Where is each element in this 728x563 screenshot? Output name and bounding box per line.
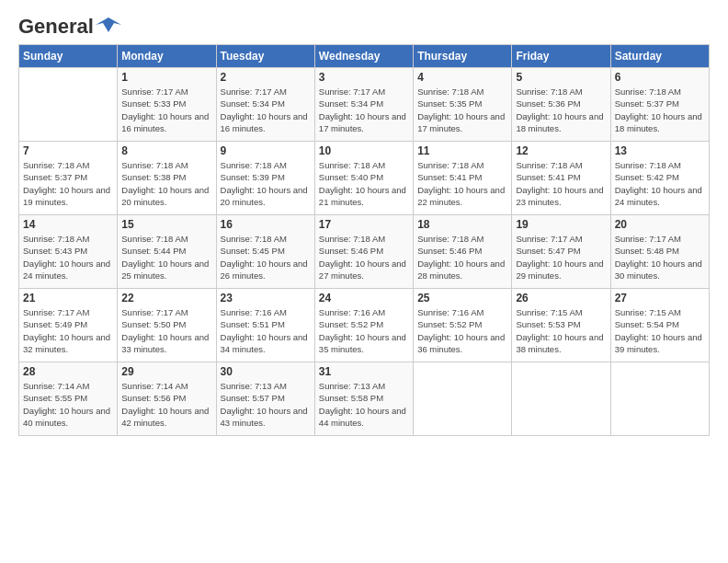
table-row: 15Sunrise: 7:18 AMSunset: 5:44 PMDayligh… — [118, 215, 216, 289]
day-info: Sunrise: 7:15 AMSunset: 5:53 PMDaylight:… — [516, 306, 606, 355]
weekday-header-tuesday: Tuesday — [216, 45, 314, 68]
weekday-header-friday: Friday — [512, 45, 610, 68]
table-row: 18Sunrise: 7:18 AMSunset: 5:46 PMDayligh… — [414, 215, 512, 289]
table-row: 24Sunrise: 7:16 AMSunset: 5:52 PMDayligh… — [314, 289, 413, 362]
day-number: 10 — [319, 144, 409, 157]
day-number: 17 — [319, 218, 409, 231]
weekday-header-row: SundayMondayTuesdayWednesdayThursdayFrid… — [19, 45, 710, 68]
table-row — [610, 362, 709, 436]
table-row: 30Sunrise: 7:13 AMSunset: 5:57 PMDayligh… — [216, 362, 314, 436]
day-info: Sunrise: 7:14 AMSunset: 5:56 PMDaylight:… — [121, 380, 211, 429]
table-row: 26Sunrise: 7:15 AMSunset: 5:53 PMDayligh… — [512, 289, 610, 362]
day-number: 19 — [516, 218, 606, 231]
week-row-5: 28Sunrise: 7:14 AMSunset: 5:55 PMDayligh… — [19, 362, 710, 436]
day-number: 1 — [121, 71, 211, 84]
day-info: Sunrise: 7:18 AMSunset: 5:38 PMDaylight:… — [121, 159, 211, 208]
table-row: 22Sunrise: 7:17 AMSunset: 5:50 PMDayligh… — [118, 289, 216, 362]
day-number: 31 — [319, 365, 409, 378]
day-number: 8 — [121, 144, 211, 157]
table-row: 9Sunrise: 7:18 AMSunset: 5:39 PMDaylight… — [216, 142, 314, 215]
table-row: 23Sunrise: 7:16 AMSunset: 5:51 PMDayligh… — [216, 289, 314, 362]
day-info: Sunrise: 7:13 AMSunset: 5:57 PMDaylight:… — [221, 380, 311, 429]
weekday-header-sunday: Sunday — [19, 45, 118, 68]
table-row: 1Sunrise: 7:17 AMSunset: 5:33 PMDaylight… — [118, 68, 216, 142]
weekday-header-saturday: Saturday — [610, 45, 709, 68]
day-number: 13 — [615, 144, 705, 157]
day-info: Sunrise: 7:18 AMSunset: 5:42 PMDaylight:… — [615, 159, 705, 208]
table-row: 11Sunrise: 7:18 AMSunset: 5:41 PMDayligh… — [414, 142, 512, 215]
day-info: Sunrise: 7:16 AMSunset: 5:51 PMDaylight:… — [221, 306, 311, 355]
day-info: Sunrise: 7:18 AMSunset: 5:44 PMDaylight:… — [121, 233, 211, 282]
table-row: 6Sunrise: 7:18 AMSunset: 5:37 PMDaylight… — [610, 68, 709, 142]
table-row: 17Sunrise: 7:18 AMSunset: 5:46 PMDayligh… — [314, 215, 413, 289]
table-row — [512, 362, 610, 436]
table-row: 31Sunrise: 7:13 AMSunset: 5:58 PMDayligh… — [314, 362, 413, 436]
day-number: 27 — [615, 292, 705, 304]
table-row: 19Sunrise: 7:17 AMSunset: 5:47 PMDayligh… — [512, 215, 610, 289]
day-number: 26 — [516, 292, 606, 304]
table-row: 3Sunrise: 7:17 AMSunset: 5:34 PMDaylight… — [314, 68, 413, 142]
table-row: 29Sunrise: 7:14 AMSunset: 5:56 PMDayligh… — [118, 362, 216, 436]
table-row: 27Sunrise: 7:15 AMSunset: 5:54 PMDayligh… — [610, 289, 709, 362]
table-row: 25Sunrise: 7:16 AMSunset: 5:52 PMDayligh… — [414, 289, 512, 362]
day-number: 11 — [417, 144, 507, 157]
table-row: 12Sunrise: 7:18 AMSunset: 5:41 PMDayligh… — [512, 142, 610, 215]
header: General — [18, 15, 710, 33]
day-number: 12 — [516, 144, 606, 157]
calendar-table: SundayMondayTuesdayWednesdayThursdayFrid… — [18, 44, 710, 436]
day-number: 24 — [319, 292, 409, 304]
day-info: Sunrise: 7:18 AMSunset: 5:43 PMDaylight:… — [23, 233, 113, 282]
day-info: Sunrise: 7:18 AMSunset: 5:37 PMDaylight:… — [615, 86, 705, 134]
day-number: 5 — [516, 71, 606, 84]
table-row: 14Sunrise: 7:18 AMSunset: 5:43 PMDayligh… — [19, 215, 118, 289]
day-info: Sunrise: 7:17 AMSunset: 5:34 PMDaylight:… — [319, 86, 409, 134]
day-info: Sunrise: 7:17 AMSunset: 5:48 PMDaylight:… — [615, 233, 705, 282]
week-row-4: 21Sunrise: 7:17 AMSunset: 5:49 PMDayligh… — [19, 289, 710, 362]
day-number: 22 — [121, 292, 211, 304]
day-number: 2 — [221, 71, 311, 84]
day-number: 16 — [221, 218, 311, 231]
day-info: Sunrise: 7:17 AMSunset: 5:33 PMDaylight:… — [121, 86, 211, 134]
table-row: 2Sunrise: 7:17 AMSunset: 5:34 PMDaylight… — [216, 68, 314, 142]
day-info: Sunrise: 7:17 AMSunset: 5:49 PMDaylight:… — [23, 306, 113, 355]
day-info: Sunrise: 7:17 AMSunset: 5:50 PMDaylight:… — [121, 306, 211, 355]
day-info: Sunrise: 7:18 AMSunset: 5:45 PMDaylight:… — [221, 233, 311, 282]
day-info: Sunrise: 7:16 AMSunset: 5:52 PMDaylight:… — [417, 306, 507, 355]
day-info: Sunrise: 7:16 AMSunset: 5:52 PMDaylight:… — [319, 306, 409, 355]
logo-bird-icon — [96, 16, 121, 34]
day-number: 6 — [615, 71, 705, 84]
day-number: 29 — [121, 365, 211, 378]
day-number: 14 — [23, 218, 113, 231]
day-number: 25 — [417, 292, 507, 304]
table-row — [19, 68, 118, 142]
day-number: 18 — [417, 218, 507, 231]
day-number: 15 — [121, 218, 211, 231]
day-number: 30 — [221, 365, 311, 378]
day-info: Sunrise: 7:17 AMSunset: 5:47 PMDaylight:… — [516, 233, 606, 282]
table-row: 20Sunrise: 7:17 AMSunset: 5:48 PMDayligh… — [610, 215, 709, 289]
weekday-header-monday: Monday — [118, 45, 216, 68]
day-number: 20 — [615, 218, 705, 231]
day-number: 28 — [23, 365, 113, 378]
table-row: 4Sunrise: 7:18 AMSunset: 5:35 PMDaylight… — [414, 68, 512, 142]
day-info: Sunrise: 7:17 AMSunset: 5:34 PMDaylight:… — [221, 86, 311, 134]
day-info: Sunrise: 7:18 AMSunset: 5:41 PMDaylight:… — [516, 159, 606, 208]
table-row: 5Sunrise: 7:18 AMSunset: 5:36 PMDaylight… — [512, 68, 610, 142]
svg-marker-0 — [96, 17, 121, 32]
day-number: 23 — [221, 292, 311, 304]
table-row — [414, 362, 512, 436]
page-container: General SundayMondayTuesdayWednesdayThur… — [0, 0, 728, 445]
day-number: 7 — [23, 144, 113, 157]
weekday-header-wednesday: Wednesday — [314, 45, 413, 68]
day-info: Sunrise: 7:18 AMSunset: 5:37 PMDaylight:… — [23, 159, 113, 208]
week-row-3: 14Sunrise: 7:18 AMSunset: 5:43 PMDayligh… — [19, 215, 710, 289]
day-info: Sunrise: 7:15 AMSunset: 5:54 PMDaylight:… — [615, 306, 705, 355]
day-info: Sunrise: 7:18 AMSunset: 5:40 PMDaylight:… — [319, 159, 409, 208]
weekday-header-thursday: Thursday — [414, 45, 512, 68]
week-row-2: 7Sunrise: 7:18 AMSunset: 5:37 PMDaylight… — [19, 142, 710, 215]
day-info: Sunrise: 7:18 AMSunset: 5:39 PMDaylight:… — [221, 159, 311, 208]
day-number: 4 — [417, 71, 507, 84]
day-info: Sunrise: 7:14 AMSunset: 5:55 PMDaylight:… — [23, 380, 113, 429]
table-row: 7Sunrise: 7:18 AMSunset: 5:37 PMDaylight… — [19, 142, 118, 215]
table-row: 8Sunrise: 7:18 AMSunset: 5:38 PMDaylight… — [118, 142, 216, 215]
